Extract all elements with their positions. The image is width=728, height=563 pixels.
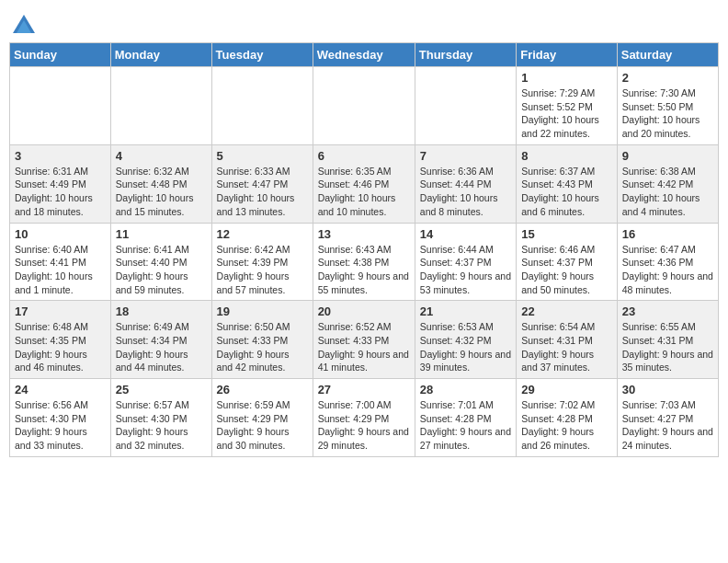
calendar-cell: 19Sunrise: 6:50 AM Sunset: 4:33 PM Dayli…	[211, 301, 313, 379]
logo-icon	[11, 13, 37, 39]
day-number: 28	[420, 383, 511, 396]
day-number: 7	[420, 149, 511, 163]
calendar-table: SundayMondayTuesdayWednesdayThursdayFrid…	[9, 42, 719, 457]
day-info: Sunrise: 6:37 AM Sunset: 4:43 PM Dayligh…	[521, 165, 612, 219]
calendar-cell: 28Sunrise: 7:01 AM Sunset: 4:28 PM Dayli…	[415, 379, 516, 457]
day-number: 25	[116, 383, 207, 396]
day-info: Sunrise: 6:42 AM Sunset: 4:39 PM Dayligh…	[217, 243, 308, 297]
day-info: Sunrise: 6:40 AM Sunset: 4:41 PM Dayligh…	[15, 243, 106, 297]
day-number: 24	[15, 383, 106, 396]
day-info: Sunrise: 7:01 AM Sunset: 4:28 PM Dayligh…	[420, 398, 511, 453]
calendar-cell: 14Sunrise: 6:44 AM Sunset: 4:37 PM Dayli…	[415, 223, 516, 301]
day-info: Sunrise: 6:54 AM Sunset: 4:31 PM Dayligh…	[521, 320, 612, 374]
day-info: Sunrise: 6:50 AM Sunset: 4:33 PM Dayligh…	[217, 320, 308, 374]
day-info: Sunrise: 7:29 AM Sunset: 5:52 PM Dayligh…	[521, 86, 612, 141]
page-header	[9, 9, 719, 35]
weekday-header-monday: Monday	[110, 43, 211, 67]
day-number: 27	[318, 383, 410, 396]
day-number: 17	[15, 304, 106, 318]
calendar-cell: 15Sunrise: 6:46 AM Sunset: 4:37 PM Dayli…	[517, 223, 618, 301]
day-info: Sunrise: 7:00 AM Sunset: 4:29 PM Dayligh…	[318, 398, 410, 453]
calendar-cell: 10Sunrise: 6:40 AM Sunset: 4:41 PM Dayli…	[10, 223, 111, 301]
day-number: 1	[521, 71, 612, 85]
day-number: 30	[622, 383, 713, 396]
day-number: 10	[15, 227, 106, 241]
day-number: 15	[521, 227, 612, 241]
day-number: 22	[521, 304, 612, 318]
calendar-cell: 17Sunrise: 6:48 AM Sunset: 4:35 PM Dayli…	[10, 301, 111, 379]
weekday-header-thursday: Thursday	[415, 43, 516, 67]
calendar-cell: 1Sunrise: 7:29 AM Sunset: 5:52 PM Daylig…	[517, 67, 618, 145]
day-info: Sunrise: 6:33 AM Sunset: 4:47 PM Dayligh…	[217, 165, 308, 219]
day-info: Sunrise: 6:57 AM Sunset: 4:30 PM Dayligh…	[116, 398, 207, 453]
calendar-cell	[415, 67, 516, 145]
weekday-header-wednesday: Wednesday	[313, 43, 415, 67]
day-number: 12	[217, 227, 308, 241]
day-number: 2	[622, 71, 713, 85]
day-info: Sunrise: 6:38 AM Sunset: 4:42 PM Dayligh…	[622, 165, 713, 219]
day-info: Sunrise: 6:36 AM Sunset: 4:44 PM Dayligh…	[420, 165, 511, 219]
day-info: Sunrise: 6:55 AM Sunset: 4:31 PM Dayligh…	[622, 320, 713, 374]
day-info: Sunrise: 6:52 AM Sunset: 4:33 PM Dayligh…	[318, 320, 410, 374]
calendar-cell: 9Sunrise: 6:38 AM Sunset: 4:42 PM Daylig…	[617, 144, 718, 223]
calendar-cell: 5Sunrise: 6:33 AM Sunset: 4:47 PM Daylig…	[211, 144, 313, 223]
day-number: 29	[521, 383, 612, 396]
day-info: Sunrise: 6:53 AM Sunset: 4:32 PM Dayligh…	[420, 320, 511, 374]
day-number: 13	[318, 227, 410, 241]
calendar-cell: 18Sunrise: 6:49 AM Sunset: 4:34 PM Dayli…	[110, 301, 211, 379]
day-info: Sunrise: 7:03 AM Sunset: 4:27 PM Dayligh…	[622, 398, 713, 453]
calendar-cell	[10, 67, 111, 145]
calendar-cell: 12Sunrise: 6:42 AM Sunset: 4:39 PM Dayli…	[211, 223, 313, 301]
calendar-cell: 27Sunrise: 7:00 AM Sunset: 4:29 PM Dayli…	[313, 379, 415, 457]
calendar-cell: 22Sunrise: 6:54 AM Sunset: 4:31 PM Dayli…	[517, 301, 618, 379]
weekday-header-tuesday: Tuesday	[211, 43, 313, 67]
day-number: 11	[116, 227, 207, 241]
day-info: Sunrise: 6:47 AM Sunset: 4:36 PM Dayligh…	[622, 243, 713, 297]
day-number: 20	[318, 304, 410, 318]
day-info: Sunrise: 6:43 AM Sunset: 4:38 PM Dayligh…	[318, 243, 410, 297]
calendar-cell: 6Sunrise: 6:35 AM Sunset: 4:46 PM Daylig…	[313, 144, 415, 223]
logo	[9, 13, 37, 35]
day-number: 23	[622, 304, 713, 318]
calendar-cell: 11Sunrise: 6:41 AM Sunset: 4:40 PM Dayli…	[110, 223, 211, 301]
calendar-cell: 25Sunrise: 6:57 AM Sunset: 4:30 PM Dayli…	[110, 379, 211, 457]
day-number: 16	[622, 227, 713, 241]
weekday-header-sunday: Sunday	[10, 43, 111, 67]
calendar-cell	[211, 67, 313, 145]
calendar-cell: 8Sunrise: 6:37 AM Sunset: 4:43 PM Daylig…	[517, 144, 618, 223]
day-info: Sunrise: 7:30 AM Sunset: 5:50 PM Dayligh…	[622, 86, 713, 141]
calendar-cell: 20Sunrise: 6:52 AM Sunset: 4:33 PM Dayli…	[313, 301, 415, 379]
day-number: 6	[318, 149, 410, 163]
day-info: Sunrise: 6:46 AM Sunset: 4:37 PM Dayligh…	[521, 243, 612, 297]
calendar-cell: 16Sunrise: 6:47 AM Sunset: 4:36 PM Dayli…	[617, 223, 718, 301]
day-number: 18	[116, 304, 207, 318]
day-number: 21	[420, 304, 511, 318]
day-number: 5	[217, 149, 308, 163]
calendar-cell: 24Sunrise: 6:56 AM Sunset: 4:30 PM Dayli…	[10, 379, 111, 457]
calendar-cell: 2Sunrise: 7:30 AM Sunset: 5:50 PM Daylig…	[617, 67, 718, 145]
day-number: 26	[217, 383, 308, 396]
calendar-cell	[110, 67, 211, 145]
calendar-cell: 3Sunrise: 6:31 AM Sunset: 4:49 PM Daylig…	[10, 144, 111, 223]
day-number: 19	[217, 304, 308, 318]
day-number: 14	[420, 227, 511, 241]
calendar-cell: 29Sunrise: 7:02 AM Sunset: 4:28 PM Dayli…	[517, 379, 618, 457]
calendar-cell	[313, 67, 415, 145]
day-info: Sunrise: 6:32 AM Sunset: 4:48 PM Dayligh…	[116, 165, 207, 219]
day-info: Sunrise: 6:59 AM Sunset: 4:29 PM Dayligh…	[217, 398, 308, 453]
calendar-cell: 30Sunrise: 7:03 AM Sunset: 4:27 PM Dayli…	[617, 379, 718, 457]
calendar-cell: 26Sunrise: 6:59 AM Sunset: 4:29 PM Dayli…	[211, 379, 313, 457]
weekday-header-saturday: Saturday	[617, 43, 718, 67]
day-info: Sunrise: 6:44 AM Sunset: 4:37 PM Dayligh…	[420, 243, 511, 297]
day-info: Sunrise: 6:56 AM Sunset: 4:30 PM Dayligh…	[15, 398, 106, 453]
day-info: Sunrise: 6:31 AM Sunset: 4:49 PM Dayligh…	[15, 165, 106, 219]
day-info: Sunrise: 6:35 AM Sunset: 4:46 PM Dayligh…	[318, 165, 410, 219]
day-number: 4	[116, 149, 207, 163]
day-info: Sunrise: 6:49 AM Sunset: 4:34 PM Dayligh…	[116, 320, 207, 374]
weekday-header-friday: Friday	[517, 43, 618, 67]
day-info: Sunrise: 7:02 AM Sunset: 4:28 PM Dayligh…	[521, 398, 612, 453]
day-info: Sunrise: 6:48 AM Sunset: 4:35 PM Dayligh…	[15, 320, 106, 374]
calendar-cell: 21Sunrise: 6:53 AM Sunset: 4:32 PM Dayli…	[415, 301, 516, 379]
calendar-cell: 23Sunrise: 6:55 AM Sunset: 4:31 PM Dayli…	[617, 301, 718, 379]
day-number: 8	[521, 149, 612, 163]
